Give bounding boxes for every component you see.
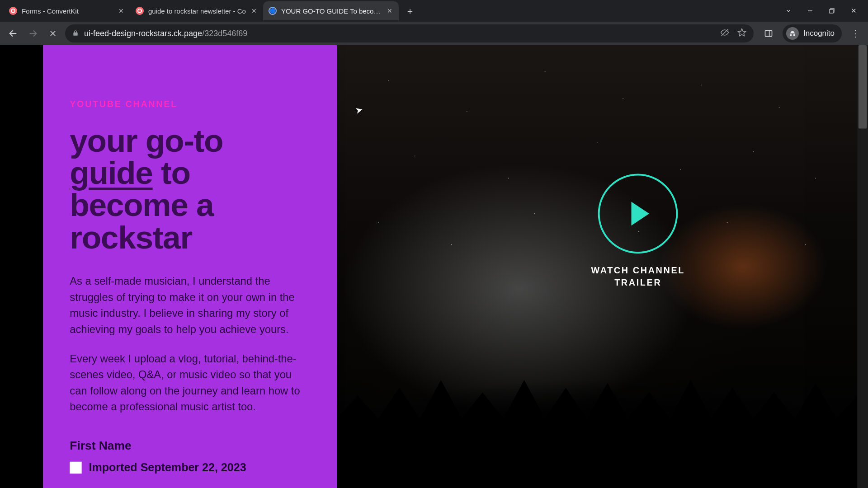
eyebrow-label: YOUTUBE CHANNEL (70, 99, 310, 109)
hero-left-panel: YOUTUBE CHANNEL your go-to guide to beco… (43, 45, 337, 488)
tab-strip: Forms - ConvertKit ✕ guide to rockstar n… (0, 0, 868, 22)
window-controls: ✕ (784, 6, 868, 15)
lock-icon (72, 30, 79, 38)
left-gutter (0, 45, 43, 488)
incognito-indicator[interactable]: Incognito (783, 24, 842, 42)
tab-your-go-to-guide[interactable]: YOUR GO-TO GUIDE To become ✕ (263, 1, 399, 20)
side-panel-icon[interactable] (761, 26, 776, 41)
checkbox-label: Imported September 22, 2023 (89, 461, 246, 474)
play-icon (632, 202, 650, 226)
close-icon[interactable]: ✕ (386, 7, 393, 14)
maximize-icon[interactable] (827, 6, 836, 15)
close-icon[interactable]: ✕ (250, 7, 258, 14)
crowd-silhouette (337, 333, 857, 488)
kebab-menu-icon[interactable]: ⋮ (848, 28, 863, 39)
intro-paragraph-2: Every week I upload a vlog, tutorial, be… (70, 351, 310, 415)
url-text: ui-feed-design-rockstars.ck.page/323d546… (84, 29, 715, 38)
forward-button[interactable] (25, 26, 41, 41)
incognito-icon (786, 27, 799, 40)
bookmark-star-icon[interactable] (737, 28, 746, 39)
close-icon[interactable]: ✕ (118, 7, 125, 14)
imported-checkbox-row[interactable]: Imported September 22, 2023 (70, 461, 310, 474)
page-headline: your go-to guide to become a rockstar (70, 124, 310, 253)
tab-guide-rockstar-newsletter[interactable]: guide to rockstar newsletter - Co ✕ (130, 1, 263, 20)
incognito-label: Incognito (803, 29, 835, 38)
watch-trailer-group: WATCH CHANNELTRAILER (591, 174, 685, 289)
tab-title: YOUR GO-TO GUIDE To become (281, 7, 382, 15)
tab-forms-convertkit[interactable]: Forms - ConvertKit ✕ (4, 1, 130, 20)
tracking-protection-icon[interactable] (720, 28, 729, 39)
page-viewport: YOUTUBE CHANNEL your go-to guide to beco… (0, 45, 868, 488)
checkbox-icon[interactable] (70, 462, 81, 474)
scrollbar-track[interactable] (857, 45, 868, 488)
favicon-icon (269, 7, 277, 15)
minimize-icon[interactable] (806, 6, 815, 15)
chevron-down-icon[interactable] (784, 6, 793, 15)
svg-rect-2 (830, 9, 833, 13)
back-button[interactable] (5, 26, 21, 41)
stop-reload-button[interactable] (45, 26, 61, 41)
browser-chrome: Forms - ConvertKit ✕ guide to rockstar n… (0, 0, 868, 45)
favicon-icon (136, 7, 144, 15)
svg-marker-8 (738, 28, 746, 36)
watch-trailer-caption: WATCH CHANNELTRAILER (591, 265, 685, 289)
favicon-icon (9, 7, 17, 15)
close-window-icon[interactable]: ✕ (849, 6, 858, 15)
svg-rect-9 (765, 30, 772, 36)
intro-paragraph-1: As a self-made musician, I understand th… (70, 273, 310, 338)
play-button[interactable] (598, 174, 678, 254)
first-name-label: First Name (70, 439, 310, 453)
address-bar[interactable]: ui-feed-design-rockstars.ck.page/323d546… (65, 24, 754, 42)
browser-toolbar: ui-feed-design-rockstars.ck.page/323d546… (0, 22, 868, 45)
scrollbar-thumb[interactable] (859, 45, 867, 129)
tab-title: Forms - ConvertKit (22, 7, 113, 15)
landing-page: YOUTUBE CHANNEL your go-to guide to beco… (0, 45, 868, 488)
hero-right-panel: WATCH CHANNELTRAILER (337, 45, 857, 488)
new-tab-button[interactable]: ＋ (403, 4, 417, 18)
tab-title: guide to rockstar newsletter - Co (148, 7, 246, 15)
